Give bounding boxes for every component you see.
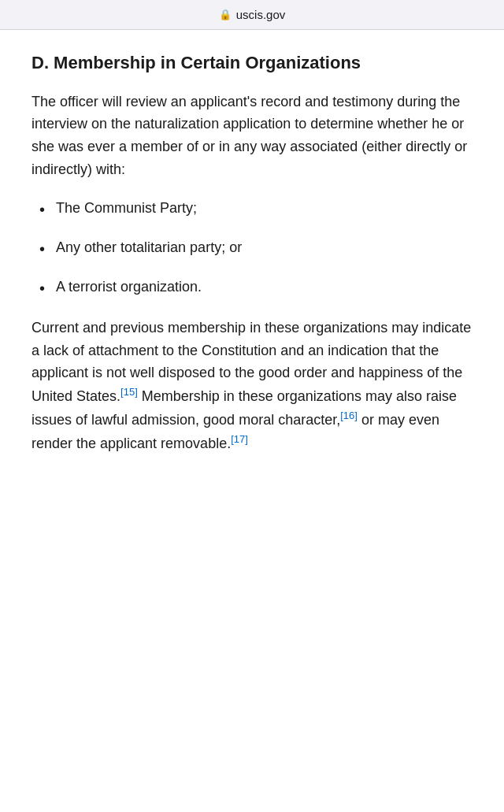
- browser-bar: 🔒 uscis.gov: [0, 0, 504, 30]
- list-item: The Communist Party;: [32, 197, 472, 222]
- closing-paragraph: Current and previous membership in these…: [32, 317, 472, 455]
- bullet-list: The Communist Party; Any other totalitar…: [32, 197, 472, 301]
- lock-icon: 🔒: [219, 9, 232, 20]
- list-item: A terrorist organization.: [32, 276, 472, 301]
- intro-paragraph: The officer will review an applicant's r…: [32, 91, 472, 181]
- footnote-16-link[interactable]: [16]: [340, 410, 358, 421]
- list-item: Any other totalitarian party; or: [32, 236, 472, 261]
- url-display[interactable]: uscis.gov: [236, 8, 286, 21]
- section-title: D. Membership in Certain Organizations: [32, 52, 472, 75]
- content-area: D. Membership in Certain Organizations T…: [0, 30, 504, 502]
- footnote-17-link[interactable]: [17]: [231, 433, 248, 445]
- footnote-15-link[interactable]: [15]: [120, 386, 138, 398]
